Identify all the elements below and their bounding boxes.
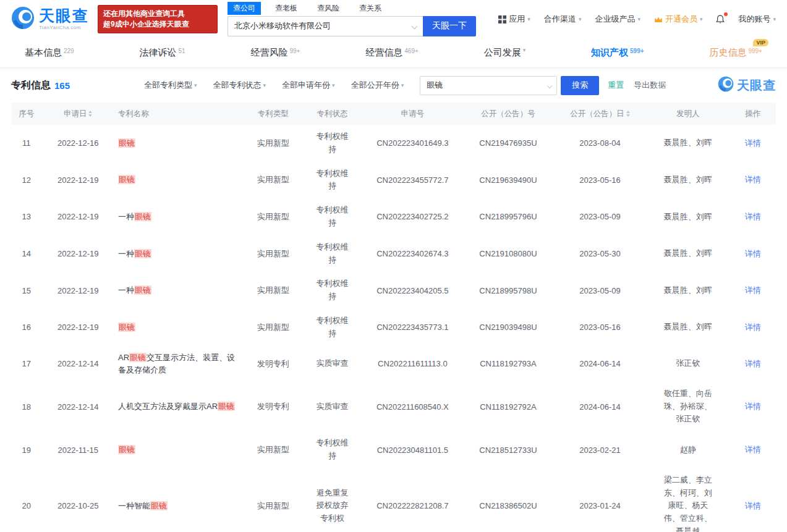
filter-全部专利状态[interactable]: 全部专利状态▾ xyxy=(213,80,266,91)
patent-status: 专利权维持 xyxy=(302,204,363,230)
column-header-date[interactable]: 申请日 xyxy=(41,109,114,119)
patent-status: 专利权维持 xyxy=(302,241,363,267)
notification-badge xyxy=(724,12,728,16)
detail-link[interactable]: 详情 xyxy=(745,401,761,412)
application-date: 2022-11-15 xyxy=(41,445,114,455)
promo-banner[interactable]: 还在用其他商业查询工具 超9成中小企业选择天眼查 xyxy=(98,5,218,33)
patent-name-part: 一种 xyxy=(118,249,134,258)
keyword-search-input[interactable] xyxy=(420,76,557,95)
detail-link[interactable]: 详情 xyxy=(745,500,761,512)
search-term-highlight: 眼镜 xyxy=(134,212,151,221)
detail-link[interactable]: 详情 xyxy=(745,211,761,222)
chevron-down-icon: ▾ xyxy=(401,82,404,88)
detail-link[interactable]: 详情 xyxy=(745,248,761,260)
tab-法律诉讼[interactable]: 法律诉讼51 xyxy=(140,47,185,59)
tab-公司发展[interactable]: 公司发展▾ xyxy=(484,47,526,59)
tianyan-search-button[interactable]: 天眼一下 xyxy=(423,16,476,36)
inventors-text: 聂晨胜、刘晖 xyxy=(664,321,712,334)
row-number: 17 xyxy=(11,359,41,368)
search-term-highlight: 眼镜 xyxy=(134,249,151,258)
patent-name: AR眼镜交互显示方法、装置、设备及存储介质 xyxy=(114,352,244,376)
row-action: 详情 xyxy=(730,444,776,455)
chevron-down-icon: ▾ xyxy=(700,16,703,22)
row-action: 详情 xyxy=(730,500,776,512)
tianyancha-watermark-icon xyxy=(718,76,734,95)
bell-icon xyxy=(716,15,725,24)
inventors: 聂晨胜、刘晖 xyxy=(646,284,730,297)
tab-知识产权[interactable]: 知识产权599+ xyxy=(591,47,644,59)
tab-基本信息[interactable]: 基本信息229 xyxy=(25,47,74,59)
patent-name-text: AR眼镜交互显示方法、装置、设备及存储介质 xyxy=(118,352,240,376)
company-search-input[interactable] xyxy=(228,16,423,36)
tab-label: 经营信息 xyxy=(365,47,402,59)
application-number: CN202211611113.0 xyxy=(363,359,462,368)
tab-经营风险[interactable]: 经营风险99+ xyxy=(251,47,300,59)
patent-name-text: 眼镜 xyxy=(118,321,135,334)
reset-link[interactable]: 重置 xyxy=(608,80,624,91)
tianyancha-logo[interactable]: 天眼查 TianYanCha.com xyxy=(11,6,89,32)
tab-count: 229 xyxy=(64,48,74,54)
search-tab-查关系[interactable]: 查关系 xyxy=(354,2,387,15)
application-date: 2022-12-19 xyxy=(41,286,114,295)
detail-link[interactable]: 详情 xyxy=(745,322,761,333)
row-number: 20 xyxy=(11,501,41,510)
detail-link[interactable]: 详情 xyxy=(745,358,761,369)
detail-link[interactable]: 详情 xyxy=(745,285,761,296)
column-header-label: 专利名称 xyxy=(118,109,149,119)
publication-number: CN219476935U xyxy=(462,138,554,148)
application-date: 2022-12-19 xyxy=(41,323,114,332)
export-data-link[interactable]: 导出数据 xyxy=(634,80,666,91)
detail-link[interactable]: 详情 xyxy=(745,138,761,149)
tab-历史信息[interactable]: 历史信息999+VIP xyxy=(709,47,762,59)
sort-icon[interactable] xyxy=(88,111,92,117)
column-header-app: 申请号 xyxy=(363,109,462,119)
search-tab-查风险[interactable]: 查风险 xyxy=(312,2,345,15)
nav-item-我的账号[interactable]: 我的账号▾ xyxy=(738,14,776,25)
row-action: 详情 xyxy=(730,358,776,369)
nav-item-开通会员[interactable]: 开通会员▾ xyxy=(654,14,703,25)
nav-item-合作渠道[interactable]: 合作渠道▾ xyxy=(544,14,582,25)
filter-全部公开年份[interactable]: 全部公开年份▾ xyxy=(351,80,404,91)
detail-link[interactable]: 详情 xyxy=(745,174,761,185)
top-nav: 应用▾合作渠道▾企业级产品▾开通会员▾我的账号▾ xyxy=(498,14,776,25)
nav-item-应用[interactable]: 应用▾ xyxy=(498,14,530,25)
tab-count: 469+ xyxy=(404,48,419,54)
row-number: 13 xyxy=(11,212,41,221)
patent-table: 序号申请日专利名称专利类型专利状态申请号公开（公告）号公开（公告）日发明人操作 … xyxy=(0,103,787,532)
tab-count: 999+ xyxy=(748,48,762,54)
row-number: 15 xyxy=(11,286,41,295)
patent-type: 发明专利 xyxy=(244,401,302,412)
column-header-pdate[interactable]: 公开（公告）日 xyxy=(554,109,645,119)
tab-label: 公司发展 xyxy=(484,47,521,59)
search-tab-查老板[interactable]: 查老板 xyxy=(270,2,303,15)
column-header-label: 申请日 xyxy=(64,109,87,119)
patent-name-text: 一种眼镜 xyxy=(118,284,151,297)
detail-link[interactable]: 详情 xyxy=(745,444,761,455)
promo-line2: 超9成中小企业选择天眼查 xyxy=(103,19,212,30)
patent-count: 165 xyxy=(54,80,70,91)
brand-domain: TianYanCha.com xyxy=(39,25,89,30)
tab-经营信息[interactable]: 经营信息469+ xyxy=(365,47,419,59)
tab-count: 99+ xyxy=(290,48,300,54)
sort-icon[interactable] xyxy=(626,111,630,117)
inventors: 赵静 xyxy=(646,444,730,457)
column-header-label: 操作 xyxy=(745,109,760,119)
patent-status-text: 专利权维持 xyxy=(314,315,350,340)
notification-bell[interactable] xyxy=(716,15,725,24)
filter-全部申请年份[interactable]: 全部申请年份▾ xyxy=(282,80,335,91)
patent-name-part: 一种 xyxy=(118,212,134,221)
table-row: 192022-11-15眼镜实用新型专利权维持CN202230481101.5C… xyxy=(11,431,776,468)
application-date: 2022-12-16 xyxy=(41,138,114,148)
inventors-text: 敬任重、向岳珠、孙裕琛、张正钦 xyxy=(661,387,715,426)
search-term-highlight: 眼镜 xyxy=(218,402,235,411)
table-row: 112022-12-16眼镜实用新型专利权维持CN202223401649.3C… xyxy=(11,125,776,162)
patent-type: 实用新型 xyxy=(244,500,302,512)
nav-item-企业级产品[interactable]: 企业级产品▾ xyxy=(595,14,640,25)
keyword-search-button[interactable]: 搜索 xyxy=(561,76,599,95)
patent-status: 专利权维持 xyxy=(302,315,363,340)
row-action: 详情 xyxy=(730,401,776,412)
filter-全部专利类型[interactable]: 全部专利类型▾ xyxy=(144,80,197,91)
search-tab-查公司[interactable]: 查公司 xyxy=(228,2,261,15)
row-number: 11 xyxy=(11,138,41,148)
publication-number: CN118192792A xyxy=(462,402,554,412)
